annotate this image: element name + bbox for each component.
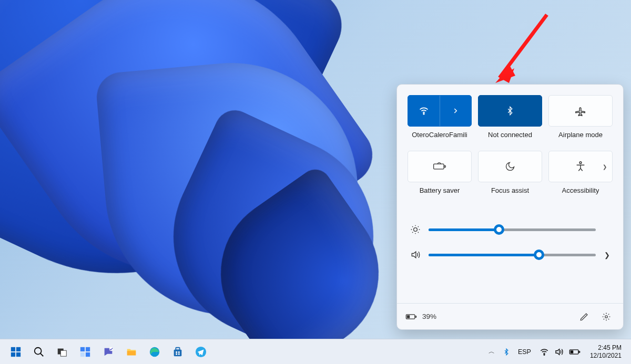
svg-rect-35: [579, 351, 580, 352]
svg-rect-19: [80, 347, 85, 351]
folder-icon: [125, 346, 138, 358]
quick-settings-tiles: OteroCaleroFamili Not connected: [397, 85, 623, 196]
edge-icon: [149, 346, 160, 358]
moon-icon: [505, 161, 515, 172]
battery-percent-text: 39%: [422, 313, 436, 320]
search-button[interactable]: [28, 341, 49, 362]
svg-rect-15: [16, 352, 21, 356]
svg-rect-9: [415, 316, 416, 317]
brightness-slider[interactable]: [429, 228, 596, 231]
airplane-mode-tile-label: Airplane mode: [558, 131, 603, 140]
clock-time: 2:45 PM: [590, 344, 622, 352]
chevron-up-icon: ︿: [488, 348, 495, 355]
pencil-icon: [579, 312, 589, 321]
taskbar-pinned-apps: [5, 341, 211, 362]
bluetooth-icon: [505, 105, 515, 117]
windows-logo-icon: [10, 346, 22, 358]
svg-rect-12: [11, 347, 15, 351]
battery-saver-tile[interactable]: [408, 151, 472, 182]
task-view-icon: [56, 346, 68, 358]
svg-rect-10: [407, 315, 410, 318]
svg-rect-13: [16, 347, 21, 351]
widgets-button[interactable]: [75, 341, 96, 362]
sliders-section: ❯ ❯: [397, 196, 623, 280]
battery-icon: [569, 348, 581, 356]
svg-rect-14: [11, 352, 15, 356]
svg-point-6: [579, 162, 582, 164]
task-view-button[interactable]: [52, 341, 73, 362]
svg-rect-36: [571, 350, 574, 353]
widgets-icon: [79, 346, 91, 358]
wifi-tile-label: OteroCaleroFamili: [412, 131, 467, 140]
airplane-mode-tile[interactable]: [548, 95, 613, 127]
bluetooth-tile[interactable]: [478, 95, 542, 127]
chevron-right-icon: [452, 107, 459, 115]
brightness-slider-row: ❯: [410, 224, 610, 235]
bluetooth-tile-label: Not connected: [488, 131, 532, 140]
svg-point-33: [544, 354, 545, 355]
battery-saver-tile-label: Battery saver: [420, 186, 460, 196]
volume-slider[interactable]: [429, 254, 596, 256]
accessibility-tile[interactable]: ❯: [548, 151, 613, 182]
clock-button[interactable]: 2:45 PM 12/10/2021: [586, 344, 626, 360]
quick-settings-panel: OteroCaleroFamili Not connected: [396, 84, 624, 330]
svg-rect-20: [86, 347, 90, 351]
airplane-icon: [575, 105, 586, 117]
volume-icon: [410, 249, 421, 260]
edit-quick-settings-button[interactable]: [576, 308, 593, 325]
svg-rect-29: [178, 351, 180, 353]
chevron-right-icon: ❯: [603, 164, 607, 170]
wifi-tile[interactable]: [408, 95, 472, 127]
start-button[interactable]: [5, 341, 26, 362]
svg-rect-5: [444, 165, 445, 167]
clock-date: 12/10/2021: [590, 352, 622, 360]
quick-settings-footer: 39%: [397, 303, 623, 329]
telegram-button[interactable]: [190, 341, 211, 362]
wifi-icon: [540, 347, 549, 357]
bluetooth-icon: [503, 347, 510, 357]
volume-slider-row: ❯: [410, 249, 610, 260]
language-indicator[interactable]: ESP: [515, 348, 534, 356]
svg-point-16: [35, 347, 42, 354]
chat-icon: [103, 346, 114, 358]
system-tray-network-volume-battery[interactable]: [535, 341, 585, 362]
svg-rect-18: [60, 350, 66, 356]
svg-rect-24: [127, 351, 136, 355]
svg-point-3: [423, 113, 424, 115]
accessibility-tile-label: Accessibility: [562, 186, 599, 196]
svg-point-7: [414, 228, 418, 232]
volume-output-expand[interactable]: ❯: [603, 251, 610, 259]
tray-bluetooth-indicator[interactable]: [499, 341, 514, 362]
taskbar: ︿ ESP 2:45 PM 12/10/2021: [0, 339, 631, 364]
svg-rect-21: [80, 352, 85, 356]
settings-button[interactable]: [598, 308, 615, 325]
svg-rect-22: [86, 352, 90, 356]
svg-rect-28: [176, 351, 177, 353]
svg-rect-30: [176, 353, 177, 355]
chat-button[interactable]: [98, 341, 119, 362]
file-explorer-button[interactable]: [121, 341, 142, 362]
store-icon: [172, 346, 184, 358]
svg-rect-31: [178, 353, 180, 355]
focus-assist-tile[interactable]: [478, 151, 542, 182]
svg-rect-4: [434, 164, 444, 169]
svg-rect-26: [174, 349, 182, 356]
wifi-icon: [419, 106, 429, 116]
battery-saver-icon: [433, 162, 446, 171]
accessibility-icon: [575, 161, 586, 172]
battery-icon: [405, 313, 417, 320]
edge-button[interactable]: [144, 341, 165, 362]
svg-point-11: [605, 315, 608, 318]
telegram-icon: [195, 346, 207, 358]
gear-icon: [602, 312, 611, 321]
wifi-toggle[interactable]: [408, 96, 440, 126]
wifi-expand[interactable]: [440, 96, 472, 126]
taskbar-system-tray: ︿ ESP 2:45 PM 12/10/2021: [485, 341, 626, 362]
language-text: ESP: [518, 348, 531, 356]
volume-icon: [554, 347, 564, 357]
brightness-icon: [410, 224, 421, 235]
focus-assist-tile-label: Focus assist: [491, 186, 529, 196]
search-icon: [33, 346, 45, 358]
tray-overflow-button[interactable]: ︿: [485, 347, 498, 356]
microsoft-store-button[interactable]: [167, 341, 188, 362]
